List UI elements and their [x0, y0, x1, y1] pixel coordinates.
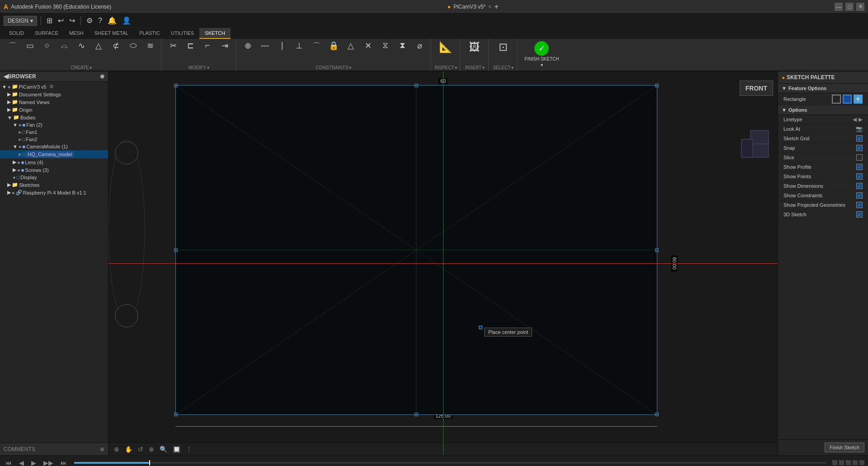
fillet-btn[interactable]: ⌐ — [199, 39, 216, 52]
add-sketch-icon-btn[interactable]: + — [854, 95, 863, 104]
undo-btn[interactable]: ↩ — [56, 15, 66, 26]
equal-btn[interactable]: ✕ — [360, 39, 376, 53]
comments-collapse-icon[interactable]: ⊕ — [100, 446, 104, 452]
minimize-btn[interactable]: — — [835, 3, 843, 11]
show-profile-checkbox[interactable]: ✓ — [856, 164, 863, 170]
anim-back-btn[interactable]: ◀ — [17, 458, 26, 466]
tree-item-lens[interactable]: ▶ ● ■ Lens (4) — [0, 158, 108, 166]
options-header[interactable]: ▼ Options — [778, 105, 868, 115]
show-projected-checkbox[interactable]: ✓ — [856, 202, 863, 208]
zoom-btn[interactable]: 🔍 — [158, 445, 169, 454]
lock-btn[interactable]: 🔒 — [326, 39, 342, 53]
browser-collapse-icon[interactable]: ◀ — [4, 73, 8, 80]
look-at-btn[interactable]: 📷 — [856, 126, 863, 132]
collin-btn[interactable]: △ — [343, 39, 359, 53]
close-btn[interactable]: ✕ — [856, 3, 864, 11]
tab-solid[interactable]: SOLID — [4, 28, 29, 39]
spline-tool-btn[interactable]: ∿ — [73, 39, 90, 53]
tree-item-display[interactable]: ● □ Display — [0, 174, 108, 181]
anim-play-btn[interactable]: ▶ — [29, 458, 38, 466]
tab-sheet-metal[interactable]: SHEET METAL — [89, 28, 134, 39]
line-tool-btn[interactable]: ⌒ — [5, 39, 21, 53]
question-btn[interactable]: ? — [96, 16, 104, 26]
finish-sketch-ribbon-btn[interactable]: ✓ FINISH SKETCH ▾ — [521, 39, 562, 69]
tree-item-doc-settings[interactable]: ▶ 📁 Document Settings — [0, 90, 108, 98]
canvas-area[interactable]: Place center point 126.00 80.00 60 -100 — [108, 71, 778, 455]
redo-btn[interactable]: ↪ — [67, 15, 77, 26]
tree-item-rpi[interactable]: ▶ ● 🔗 Raspberry Pi 4 Model B v1:1 — [0, 189, 108, 196]
tree-item-fan2[interactable]: ● □ Fan2 — [0, 136, 108, 143]
insert-image-btn[interactable]: 🖼 — [464, 39, 486, 55]
inspect-btn[interactable]: 📐 — [435, 39, 457, 55]
3d-sketch-checkbox[interactable]: ✓ — [856, 211, 863, 218]
extend-btn[interactable]: ⊏ — [182, 39, 198, 52]
anim-next-btn[interactable]: ⏭ — [59, 458, 69, 466]
tree-item-fan-group[interactable]: ▼ ● ■ Fan (2) — [0, 121, 108, 128]
orbit-btn[interactable]: ↺ — [136, 445, 145, 454]
horiz-btn[interactable]: — — [257, 39, 273, 53]
front-label[interactable]: FRONT — [740, 81, 773, 96]
tang-btn[interactable]: ⌒ — [308, 39, 325, 53]
tab-sketch[interactable]: SKETCH — [199, 28, 231, 39]
circle-tool-btn[interactable]: ○ — [39, 39, 55, 53]
anim-prev-btn[interactable]: ⏮ — [4, 458, 14, 466]
fix-btn[interactable]: ⊕ — [240, 39, 256, 53]
show-constraints-checkbox[interactable]: ✓ — [856, 192, 863, 199]
curv-btn[interactable]: ⌀ — [411, 39, 428, 53]
tab-surface[interactable]: SURFACE — [29, 28, 64, 39]
tab-plastic[interactable]: PLASTIC — [134, 28, 165, 39]
browser-expand-icon[interactable]: ⊕ — [100, 73, 104, 80]
home-btn[interactable]: ⊕ — [112, 445, 121, 454]
linetype-prev-btn[interactable]: ◀ — [853, 116, 857, 123]
tree-item-named-views[interactable]: ▶ 📁 Named Views — [0, 98, 108, 106]
view-cube[interactable] — [737, 126, 773, 162]
tree-item-bodies[interactable]: ▼ 📁 Bodies — [0, 114, 108, 121]
tree-item-picam[interactable]: ▼ ● 📁 PiCamV3 v5 ⚙ — [0, 83, 108, 90]
sketch-grid-checkbox[interactable]: ✓ — [856, 135, 863, 142]
zoom-fit-btn[interactable]: ⊕ — [147, 445, 156, 454]
display-btn[interactable]: 🔲 — [171, 445, 182, 454]
linetype-next-btn[interactable]: ▶ — [859, 116, 863, 123]
corner-rect-icon-btn[interactable] — [832, 95, 841, 104]
show-dimensions-checkbox[interactable]: ✓ — [856, 183, 863, 189]
pan-btn[interactable]: ✋ — [123, 445, 134, 454]
mid-btn[interactable]: ⧖ — [377, 39, 393, 53]
tree-item-sketches[interactable]: ▶ 📁 Sketches — [0, 181, 108, 189]
grid-icon-btn[interactable]: ⊞ — [45, 15, 54, 26]
tri-tool-btn[interactable]: △ — [90, 39, 107, 53]
cline-tool-btn[interactable]: ⊄ — [108, 39, 124, 53]
sym-btn[interactable]: ⧗ — [394, 39, 410, 53]
anim-fwd-btn[interactable]: ▶▶ — [42, 458, 55, 466]
tab-utilities[interactable]: UTILITIES — [165, 28, 199, 39]
vert-btn[interactable]: | — [274, 39, 290, 53]
tree-item-origin[interactable]: ▶ 📁 Origin — [0, 106, 108, 114]
new-tab-btn[interactable]: + — [494, 3, 498, 11]
timeline-bar[interactable] — [74, 462, 826, 464]
trim-btn[interactable]: ✂ — [165, 39, 181, 52]
show-points-checkbox[interactable]: ✓ — [856, 173, 863, 180]
tree-item-screws[interactable]: ▶ ● ■ Screws (3) — [0, 166, 108, 174]
center-rect-icon-btn[interactable] — [843, 95, 852, 104]
arc-tool-btn[interactable]: ⌓ — [56, 39, 72, 53]
rect-tool-btn[interactable]: ▭ — [22, 39, 38, 53]
notifications-btn[interactable]: 🔔 — [106, 15, 118, 26]
tab-mesh[interactable]: MESH — [64, 28, 89, 39]
more-btn[interactable]: ⋮ — [184, 445, 194, 454]
snap-checkbox[interactable]: ✓ — [856, 145, 863, 151]
offset2-btn[interactable]: ⇥ — [217, 39, 233, 52]
slice-checkbox[interactable]: ✓ — [856, 154, 863, 161]
offset-tool-btn[interactable]: ≋ — [142, 39, 158, 53]
settings-btn[interactable]: ⚙ — [85, 15, 94, 26]
tree-item-hq-camera[interactable]: ● □ HQ_Camera_model — [0, 150, 108, 158]
finish-sketch-btn[interactable]: Finish Sketch — [825, 442, 864, 452]
ellipse-tool-btn[interactable]: ⬭ — [125, 39, 141, 53]
design-dropdown-btn[interactable]: DESIGN ▾ — [4, 16, 37, 26]
feature-options-header[interactable]: ▼ Feature Options — [778, 84, 868, 93]
tab-close-btn[interactable]: × — [488, 4, 491, 10]
perp-btn[interactable]: ⊥ — [291, 39, 307, 53]
tree-item-fan1[interactable]: ● □ Fan1 — [0, 128, 108, 136]
account-btn[interactable]: 👤 — [120, 15, 133, 26]
maximize-btn[interactable]: □ — [845, 3, 854, 11]
viewport[interactable]: Place center point 126.00 80.00 60 -100 — [108, 71, 778, 455]
select-btn[interactable]: ⊡ — [492, 39, 514, 55]
